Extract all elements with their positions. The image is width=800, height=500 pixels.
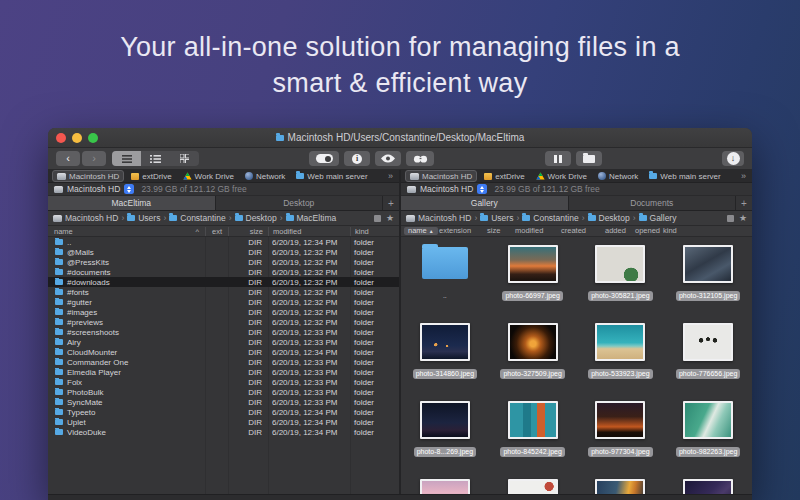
close-window-button[interactable]	[56, 133, 66, 143]
favorite-item-network[interactable]: Network	[594, 171, 642, 182]
grid-item[interactable]: photo-66997.jpeg	[489, 237, 577, 315]
drive-selector-stepper[interactable]	[124, 184, 134, 194]
favorite-item-macintosh-hd[interactable]: Macintosh HD	[52, 170, 124, 182]
table-row[interactable]: @PressKitsDIR6/20/19, 12:32 PMfolder	[48, 257, 399, 267]
path-options-button[interactable]	[374, 215, 381, 222]
favorite-star-icon[interactable]: ★	[739, 214, 747, 223]
table-row[interactable]: @MailsDIR6/20/19, 12:32 PMfolder	[48, 247, 399, 257]
grid-item[interactable]: photo-533923.jpeg	[577, 315, 665, 393]
grid-view-button[interactable]	[170, 151, 199, 166]
column-header-opened[interactable]: opened	[635, 226, 660, 236]
queue-pause-button[interactable]	[545, 151, 571, 166]
list-view-button[interactable]	[112, 151, 141, 166]
favorite-item-extdrive[interactable]: extDrive	[480, 171, 528, 182]
forward-button[interactable]: ›	[82, 151, 106, 166]
column-header-ext[interactable]: ext	[205, 227, 228, 236]
favorite-item-web-main-server[interactable]: Web main server	[645, 171, 724, 182]
column-header-created[interactable]: created	[561, 226, 586, 236]
grid-item[interactable]: photo-776656.jpeg	[664, 315, 752, 393]
back-button[interactable]: ‹	[56, 151, 80, 166]
add-tab-button[interactable]: +	[736, 196, 752, 210]
column-header-modified[interactable]: modified	[268, 227, 350, 236]
tab-maceltima[interactable]: MacEltima	[48, 196, 215, 210]
tab-documents[interactable]: Documents	[569, 196, 736, 210]
titlebar[interactable]: Macintosh HD/Users/Constantine/Desktop/M…	[48, 128, 752, 148]
zoom-window-button[interactable]	[88, 133, 98, 143]
column-header-size[interactable]: size	[228, 227, 268, 236]
table-row[interactable]: TypeetoDIR6/20/19, 12:34 PMfolder	[48, 407, 399, 417]
column-header-name[interactable]: name^	[48, 227, 205, 236]
table-row[interactable]: Elmedia PlayerDIR6/20/19, 12:33 PMfolder	[48, 367, 399, 377]
table-row[interactable]: SyncMateDIR6/20/19, 12:33 PMfolder	[48, 397, 399, 407]
file-name-cell: Airy	[48, 338, 205, 347]
folder-icon	[235, 215, 243, 221]
favorite-item-network[interactable]: Network	[241, 171, 289, 182]
table-row[interactable]: ..DIR6/20/19, 12:34 PMfolder	[48, 237, 399, 247]
tab-desktop[interactable]: Desktop	[216, 196, 383, 210]
column-header-extension[interactable]: extension	[439, 226, 471, 236]
search-button[interactable]	[406, 151, 434, 166]
favorites-overflow-chevron[interactable]: »	[388, 171, 395, 181]
file-name: Commander One	[67, 358, 128, 367]
grid-item-parent-folder[interactable]: ..	[401, 237, 489, 315]
column-header-added[interactable]: added	[605, 226, 626, 236]
column-header-name[interactable]: name▲	[404, 227, 438, 235]
image-thumbnail	[508, 245, 558, 283]
breadcrumb-item-macintosh-hd[interactable]: Macintosh HD	[53, 213, 118, 223]
table-row[interactable]: #imagesDIR6/20/19, 12:32 PMfolder	[48, 307, 399, 317]
detail-view-button[interactable]	[141, 151, 170, 166]
favorite-item-work-drive[interactable]: Work Drive	[532, 171, 591, 182]
add-tab-button[interactable]: +	[383, 196, 399, 210]
grid-item[interactable]: photo-982263.jpeg	[664, 393, 752, 471]
table-row[interactable]: PhotoBulkDIR6/20/19, 12:33 PMfolder	[48, 387, 399, 397]
grid-item[interactable]: photo-312105.jpeg	[664, 237, 752, 315]
grid-item[interactable]: photo-327509.jpeg	[489, 315, 577, 393]
column-header-kind[interactable]: kind	[663, 226, 677, 236]
favorites-overflow-chevron[interactable]: »	[741, 171, 748, 181]
breadcrumb-item-macintosh-hd[interactable]: Macintosh HD	[406, 213, 471, 223]
table-row[interactable]: #gutterDIR6/20/19, 12:32 PMfolder	[48, 297, 399, 307]
minimize-window-button[interactable]	[72, 133, 82, 143]
table-row[interactable]: #screenshootsDIR6/20/19, 12:33 PMfolder	[48, 327, 399, 337]
favorite-item-extdrive[interactable]: extDrive	[127, 171, 175, 182]
table-row[interactable]: #downloadsDIR6/20/19, 12:32 PMfolder	[48, 277, 399, 287]
preview-button[interactable]	[375, 151, 401, 166]
tab-gallery[interactable]: Gallery	[401, 196, 568, 210]
table-row[interactable]: AiryDIR6/20/19, 12:33 PMfolder	[48, 337, 399, 347]
breadcrumb-item-maceltima[interactable]: MacEltima	[286, 213, 337, 223]
grid-item[interactable]: photo-977304.jpeg	[577, 393, 665, 471]
downloads-button[interactable]: ↓	[722, 151, 744, 166]
table-row[interactable]: #fontsDIR6/20/19, 12:32 PMfolder	[48, 287, 399, 297]
drive-selector-stepper[interactable]	[477, 184, 487, 194]
grid-item[interactable]: photo-305821.jpeg	[577, 237, 665, 315]
table-row[interactable]: VideoDukeDIR6/20/19, 12:34 PMfolder	[48, 427, 399, 437]
column-header-kind[interactable]: kind	[350, 227, 399, 236]
favorite-item-web-main-server[interactable]: Web main server	[292, 171, 371, 182]
drive-free-space: 23.99 GB of 121.12 GB free	[141, 184, 246, 194]
table-row[interactable]: Commander OneDIR6/20/19, 12:33 PMfolder	[48, 357, 399, 367]
table-row[interactable]: FolxDIR6/20/19, 12:33 PMfolder	[48, 377, 399, 387]
table-row[interactable]: #documentsDIR6/20/19, 12:32 PMfolder	[48, 267, 399, 277]
column-header-modified[interactable]: modified	[515, 226, 543, 236]
favorite-item-work-drive[interactable]: Work Drive	[179, 171, 238, 182]
breadcrumb-item-constantine[interactable]: Constantine	[522, 213, 578, 223]
breadcrumb-item-constantine[interactable]: Constantine	[169, 213, 225, 223]
favorite-star-icon[interactable]: ★	[386, 214, 394, 223]
breadcrumb-item-users[interactable]: Users	[480, 213, 513, 223]
grid-item[interactable]: photo-314860.jpeg	[401, 315, 489, 393]
column-header-size[interactable]: size	[487, 226, 500, 236]
network-connections-button[interactable]	[576, 151, 602, 166]
info-button[interactable]: i	[344, 151, 370, 166]
breadcrumb-item-users[interactable]: Users	[127, 213, 160, 223]
path-options-button[interactable]	[727, 215, 734, 222]
dual-pane-toggle-button[interactable]	[309, 151, 339, 166]
grid-item[interactable]: photo-845242.jpeg	[489, 393, 577, 471]
breadcrumb-item-desktop[interactable]: Desktop	[588, 213, 630, 223]
table-row[interactable]: UpletDIR6/20/19, 12:34 PMfolder	[48, 417, 399, 427]
breadcrumb-item-gallery[interactable]: Gallery	[639, 213, 677, 223]
table-row[interactable]: CloudMounterDIR6/20/19, 12:34 PMfolder	[48, 347, 399, 357]
favorite-item-macintosh-hd[interactable]: Macintosh HD	[405, 170, 477, 182]
breadcrumb-item-desktop[interactable]: Desktop	[235, 213, 277, 223]
grid-item[interactable]: photo-8...269.jpeg	[401, 393, 489, 471]
table-row[interactable]: #previewsDIR6/20/19, 12:32 PMfolder	[48, 317, 399, 327]
